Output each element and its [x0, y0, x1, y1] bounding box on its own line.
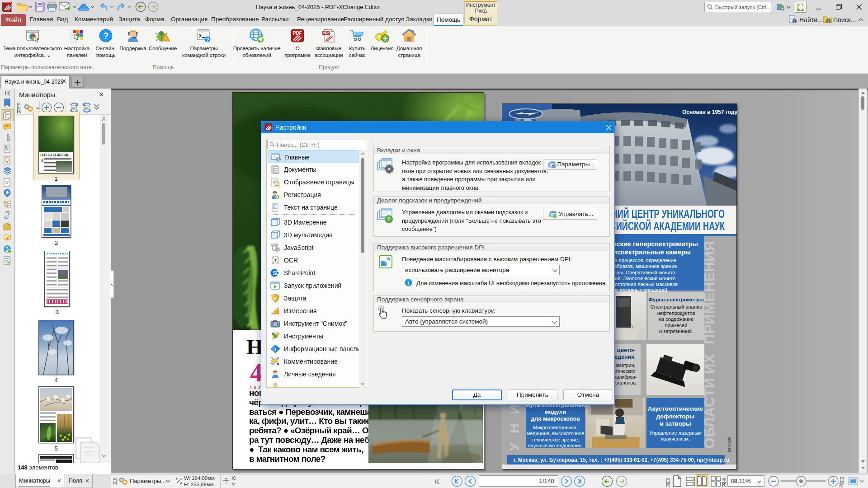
svg-text:90°: 90° [72, 107, 76, 109]
svg-text:i: i [274, 347, 276, 352]
svg-text:i: i [408, 280, 409, 286]
svg-text:90°: 90° [85, 107, 89, 109]
svg-text:!: ! [165, 36, 166, 41]
svg-text:?: ? [554, 215, 556, 218]
svg-text:?: ? [387, 216, 391, 223]
svg-text:S: S [273, 270, 276, 277]
svg-text:?: ? [206, 37, 209, 42]
svg-text:PDF: PDF [323, 31, 330, 35]
svg-text:T: T [274, 205, 277, 209]
svg-text:?: ? [103, 31, 108, 41]
svg-text:T: T [274, 258, 277, 263]
svg-text:PDF: PDF [293, 31, 302, 36]
svg-text:T: T [5, 179, 9, 185]
